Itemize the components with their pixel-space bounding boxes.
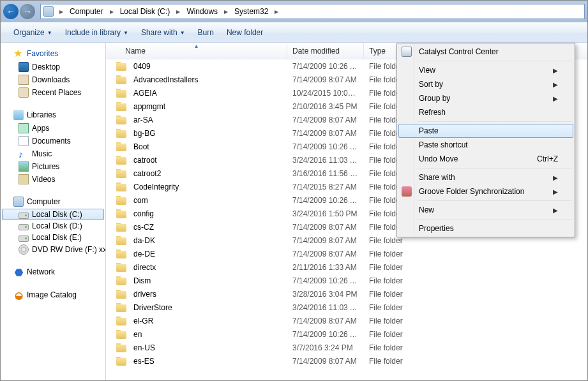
file-date: 7/14/2009 10:26 AM xyxy=(287,276,364,285)
file-name: da-DK xyxy=(133,236,155,245)
menu-view[interactable]: View▶ xyxy=(398,63,573,77)
column-name[interactable]: ▴Name xyxy=(106,43,287,59)
column-date[interactable]: Date modified xyxy=(287,43,364,59)
file-row[interactable]: en7/14/2009 10:26 AMFile folder xyxy=(106,327,587,341)
sidebar-item-music[interactable]: ♪Music xyxy=(2,147,104,160)
file-row[interactable]: drivers3/28/2016 3:04 PMFile folder xyxy=(106,287,587,301)
menu-undo-move[interactable]: Undo MoveCtrl+Z xyxy=(398,152,573,166)
sidebar-item-videos[interactable]: Videos xyxy=(2,173,104,186)
file-row[interactable]: directx2/11/2016 1:33 AMFile folder xyxy=(106,260,587,274)
sidebar-item-documents[interactable]: Documents xyxy=(2,135,104,147)
file-name: Dism xyxy=(133,276,151,285)
file-name: en-US xyxy=(133,343,155,352)
breadcrumb-separator[interactable]: ▸ xyxy=(57,7,66,16)
file-name: appmgmt xyxy=(133,102,165,111)
network-group[interactable]: ⬣ Network xyxy=(2,265,104,279)
sidebar-item-recent-places[interactable]: Recent Places xyxy=(2,86,104,99)
sidebar-item-apps[interactable]: Apps xyxy=(2,122,104,135)
breadcrumb-separator[interactable]: ▸ xyxy=(174,7,183,16)
include-library-button[interactable]: Include in library▼ xyxy=(59,26,135,40)
menu-group-by[interactable]: Group by▶ xyxy=(398,91,573,105)
new-folder-button[interactable]: New folder xyxy=(220,26,269,40)
file-row[interactable]: DriverStore3/24/2016 11:03 AMFile folder xyxy=(106,301,587,314)
breadcrumb-separator[interactable]: ▸ xyxy=(222,7,230,16)
breadcrumb-separator[interactable]: ▸ xyxy=(107,7,116,16)
crumb-computer[interactable]: Computer xyxy=(66,4,107,19)
computer-group[interactable]: Computer xyxy=(2,195,104,209)
file-date: 3/24/2016 11:03 AM xyxy=(287,156,364,165)
breadcrumb-separator[interactable]: ▸ xyxy=(272,7,281,16)
file-date: 3/28/2016 3:04 PM xyxy=(287,290,364,299)
folder-icon xyxy=(116,291,126,299)
menu-sort-by[interactable]: Sort by▶ xyxy=(398,77,573,91)
submenu-arrow-icon: ▶ xyxy=(553,67,558,74)
menu-properties[interactable]: Properties xyxy=(398,221,573,235)
folder-icon xyxy=(116,358,126,366)
file-name: catroot2 xyxy=(133,169,161,178)
share-with-button[interactable]: Share with▼ xyxy=(135,26,192,40)
folder-icon xyxy=(116,117,126,124)
organize-button[interactable]: Organize▼ xyxy=(7,26,59,40)
file-date: 7/14/2009 8:07 AM xyxy=(287,116,364,124)
file-name: DriverStore xyxy=(133,303,172,312)
file-date: 3/7/2016 3:24 PM xyxy=(287,343,364,352)
file-row[interactable]: de-DE7/14/2009 8:07 AMFile folder xyxy=(106,247,587,260)
menu-groove[interactable]: Groove Folder Synchronization▶ xyxy=(398,184,573,198)
catalog-icon: ◒ xyxy=(13,290,24,300)
crumb-windows[interactable]: Windows xyxy=(183,4,222,19)
menu-paste-shortcut[interactable]: Paste shortcut xyxy=(398,138,573,152)
sidebar-item-local-disk-d[interactable]: Local Disk (D:) xyxy=(2,220,104,232)
sidebar-item-local-disk-e[interactable]: Local Disk (E:) xyxy=(2,232,104,243)
folder-icon xyxy=(116,77,126,84)
submenu-arrow-icon: ▶ xyxy=(553,174,558,181)
sidebar-item-desktop[interactable]: Desktop xyxy=(2,61,104,73)
sidebar-item-local-disk-c[interactable]: Local Disk (C:) xyxy=(2,209,104,220)
file-row[interactable]: es-ES7/14/2009 8:07 AMFile folder xyxy=(106,354,587,368)
dvd-icon xyxy=(19,244,29,255)
menu-paste[interactable]: Paste xyxy=(398,124,573,138)
sort-asc-icon: ▴ xyxy=(195,42,198,49)
file-date: 7/14/2009 8:07 AM xyxy=(287,317,364,325)
file-row[interactable]: Dism7/14/2009 10:26 AMFile folder xyxy=(106,274,587,287)
file-name: catroot xyxy=(133,156,157,165)
image-catalog-group[interactable]: ◒ Image Catalog xyxy=(2,288,104,302)
sidebar-item-downloads[interactable]: Downloads xyxy=(2,73,104,86)
file-date: 7/14/2009 10:26 AM xyxy=(287,62,364,71)
file-name: de-DE xyxy=(133,250,155,258)
libraries-group[interactable]: Libraries xyxy=(2,108,104,122)
folder-icon xyxy=(116,90,126,98)
folder-icon xyxy=(116,184,126,191)
file-type: File folder xyxy=(364,343,421,352)
file-type: File folder xyxy=(364,250,421,258)
file-date: 7/14/2009 10:26 AM xyxy=(287,196,364,205)
crumb-drive[interactable]: Local Disk (C:) xyxy=(116,4,174,19)
favorites-group[interactable]: ★ Favorites xyxy=(2,47,104,61)
folder-icon xyxy=(116,318,126,325)
sidebar-item-dvd-drive[interactable]: DVD RW Drive (F:) xx xyxy=(2,243,104,256)
sidebar-item-pictures[interactable]: Pictures xyxy=(2,160,104,173)
file-name: com xyxy=(133,196,148,205)
disk-icon xyxy=(19,224,29,230)
menu-share-with[interactable]: Share with▶ xyxy=(398,170,573,184)
folder-icon xyxy=(116,170,126,178)
command-bar: Organize▼ Include in library▼ Share with… xyxy=(1,22,587,43)
file-row[interactable]: el-GR7/14/2009 8:07 AMFile folder xyxy=(106,314,587,327)
file-date: 7/14/2009 10:26 AM xyxy=(287,142,364,151)
crumb-system32[interactable]: System32 xyxy=(230,4,272,19)
file-row[interactable]: en-US3/7/2016 3:24 PMFile folder xyxy=(106,341,587,354)
file-date: 2/10/2016 3:45 PM xyxy=(287,102,364,111)
file-date: 10/24/2015 10:02 ... xyxy=(287,89,364,98)
menu-refresh[interactable]: Refresh xyxy=(398,105,573,119)
context-menu: Catalyst Control Center View▶ Sort by▶ G… xyxy=(396,43,575,237)
submenu-arrow-icon: ▶ xyxy=(553,207,558,214)
breadcrumb[interactable]: ▸ Computer ▸ Local Disk (C:) ▸ Windows ▸… xyxy=(40,4,585,19)
burn-button[interactable]: Burn xyxy=(192,26,220,40)
back-button[interactable]: ← xyxy=(3,4,19,19)
menu-catalyst[interactable]: Catalyst Control Center xyxy=(398,45,573,59)
file-date: 3/24/2016 11:03 AM xyxy=(287,303,364,312)
folder-icon xyxy=(116,345,126,352)
menu-new[interactable]: New▶ xyxy=(398,203,573,217)
file-date: 3/16/2016 11:56 PM xyxy=(287,169,364,178)
folder-icon xyxy=(116,237,126,245)
forward-button[interactable]: → xyxy=(20,4,35,19)
